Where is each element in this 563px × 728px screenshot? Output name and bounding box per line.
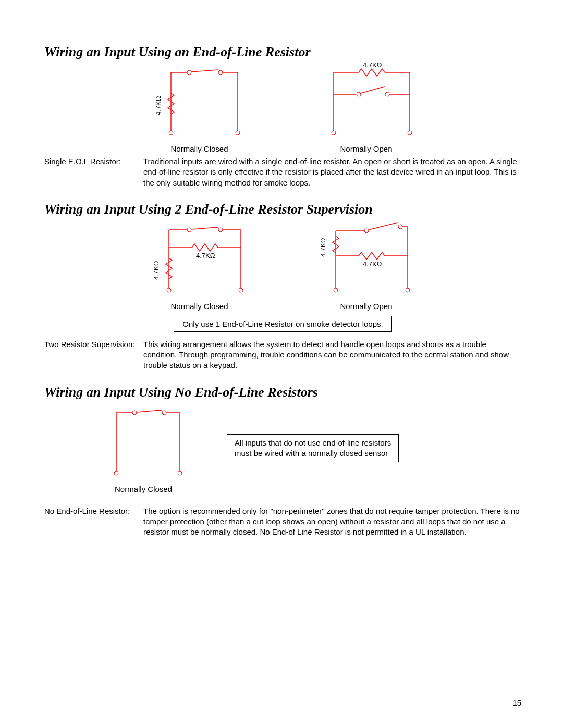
resistor-label-mid: 4.7KΩ xyxy=(196,252,215,260)
desc-body-1: Traditional inputs are wired with a sing… xyxy=(143,156,521,188)
svg-point-23 xyxy=(187,228,191,232)
section1-desc: Single E.O.L Resistor: Traditional input… xyxy=(44,156,521,188)
svg-line-35 xyxy=(369,223,398,230)
section3-title: Wiring an Input Using No End-of-Line Res… xyxy=(44,385,521,400)
section3-note: All inputs that do not use end-of-line r… xyxy=(227,434,399,463)
svg-point-16 xyxy=(385,92,389,96)
resistor-label-inner: 4.7KΩ xyxy=(363,260,382,268)
svg-point-19 xyxy=(408,131,412,135)
svg-point-34 xyxy=(364,229,369,233)
diagram-no-single-eol: 4.7KΩ Normally Open xyxy=(307,63,426,153)
resistor-label-series: 4.7KΩ xyxy=(152,261,160,280)
svg-line-4 xyxy=(191,70,218,72)
svg-point-8 xyxy=(236,131,240,135)
resistor-label-top: 4.7KΩ xyxy=(363,63,382,69)
section2-desc: Two Resistor Supervision: This wiring ar… xyxy=(44,339,521,371)
section2-title: Wiring an Input Using 2 End-of-Line Resi… xyxy=(44,202,521,217)
page-number: 15 xyxy=(512,698,521,707)
resistor-label-series2: 4.7KΩ xyxy=(319,238,327,257)
caption-nc2: Normally Closed xyxy=(170,302,228,311)
svg-point-7 xyxy=(169,131,173,135)
svg-line-24 xyxy=(191,227,218,229)
svg-point-30 xyxy=(239,288,243,292)
section3-note-line1: All inputs that do not use end-of-line r… xyxy=(235,438,391,447)
svg-line-46 xyxy=(137,410,162,412)
section2-note: Only use 1 End-of-Line Resistor on smoke… xyxy=(174,316,391,332)
section3-note-line2: must be wired with a normally closed sen… xyxy=(235,449,388,458)
caption-no2: Normally Open xyxy=(340,302,392,311)
diagram-no-two-eol: 4.7KΩ 4.7KΩ Normally Open xyxy=(307,220,426,311)
section3-desc: No End-of-Line Resistor: The option is r… xyxy=(44,506,521,538)
desc-label-3: No End-of-Line Resistor: xyxy=(44,506,143,538)
caption-no: Normally Open xyxy=(340,144,392,153)
svg-point-14 xyxy=(357,92,361,96)
svg-point-3 xyxy=(187,70,191,75)
svg-point-18 xyxy=(332,131,336,135)
svg-point-36 xyxy=(398,225,402,229)
caption-nc: Normally Closed xyxy=(170,144,228,153)
desc-body-3: The option is recommended only for "non-… xyxy=(143,506,521,538)
svg-point-47 xyxy=(162,411,166,415)
svg-point-25 xyxy=(218,228,223,232)
desc-label-2: Two Resistor Supervision: xyxy=(44,339,143,371)
desc-body-2: This wiring arrangement allows the syste… xyxy=(143,339,521,371)
desc-label-1: Single E.O.L Resistor: xyxy=(44,156,143,188)
svg-point-29 xyxy=(167,288,171,292)
section1-title: Wiring an Input Using an End-of-Line Res… xyxy=(44,44,521,60)
section2-diagrams: 4.7KΩ 4.7KΩ Normally Closed xyxy=(44,220,521,311)
diagram-nc-two-eol: 4.7KΩ 4.7KΩ Normally Closed xyxy=(140,220,260,311)
diagram-no-eol: Normally Closed xyxy=(91,403,195,493)
svg-point-49 xyxy=(114,471,118,475)
diagram-nc-single-eol: 4.7KΩ Normally Closed xyxy=(140,63,260,153)
section1-diagrams: 4.7KΩ Normally Closed 4.7KΩ xyxy=(44,63,521,153)
svg-point-5 xyxy=(218,70,223,75)
caption-no-eol: Normally Closed xyxy=(115,485,172,493)
svg-point-41 xyxy=(406,288,410,292)
svg-line-15 xyxy=(361,87,385,93)
svg-point-45 xyxy=(132,411,137,415)
svg-point-40 xyxy=(334,288,338,292)
svg-point-50 xyxy=(178,471,182,475)
resistor-label: 4.7KΩ xyxy=(154,96,162,115)
